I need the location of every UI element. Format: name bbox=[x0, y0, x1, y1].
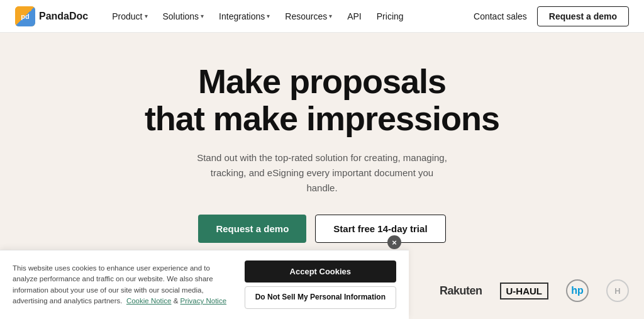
partial-logo: H bbox=[606, 279, 629, 302]
chevron-down-icon: ▾ bbox=[145, 13, 148, 20]
nav-item-resources[interactable]: Resources ▾ bbox=[279, 8, 338, 25]
nav-item-integrations[interactable]: Integrations ▾ bbox=[213, 8, 276, 25]
chevron-down-icon: ▾ bbox=[329, 13, 332, 20]
free-trial-button[interactable]: Start free 14-day trial bbox=[315, 215, 445, 243]
hero-title: Make proposals that make impressions bbox=[145, 63, 499, 138]
nav-links: Product ▾ Solutions ▾ Integrations ▾ Res… bbox=[106, 8, 474, 25]
accept-cookies-button[interactable]: Accept Cookies bbox=[245, 260, 396, 283]
contact-sales-link[interactable]: Contact sales bbox=[474, 11, 527, 21]
uhaul-logo: U-HAUL bbox=[500, 283, 549, 299]
cookie-text: This website uses cookies to enhance use… bbox=[13, 263, 232, 306]
nav-right: Contact sales Request a demo bbox=[474, 6, 629, 26]
hp-logo: hp bbox=[566, 279, 589, 302]
chevron-down-icon: ▾ bbox=[201, 13, 204, 20]
hero-cta-group: Request a demo Start free 14-day trial bbox=[198, 215, 445, 243]
chevron-down-icon: ▾ bbox=[267, 13, 270, 20]
privacy-notice-link[interactable]: Privacy Notice bbox=[180, 297, 227, 305]
request-demo-hero-button[interactable]: Request a demo bbox=[198, 215, 306, 243]
request-demo-nav-button[interactable]: Request a demo bbox=[537, 6, 629, 26]
nav-item-api[interactable]: API bbox=[341, 8, 368, 25]
navbar: pd PandaDoc Product ▾ Solutions ▾ Integr… bbox=[0, 0, 644, 33]
logo-icon: pd bbox=[15, 6, 35, 26]
do-not-sell-button[interactable]: Do Not Sell My Personal Information bbox=[245, 286, 396, 309]
nav-item-product[interactable]: Product ▾ bbox=[106, 8, 153, 25]
brand-name: PandaDoc bbox=[39, 11, 88, 22]
cookie-actions: × Accept Cookies Do Not Sell My Personal… bbox=[245, 260, 396, 309]
cookie-notice-link[interactable]: Cookie Notice bbox=[126, 297, 172, 305]
cookie-banner: This website uses cookies to enhance use… bbox=[0, 250, 409, 319]
hero-subtitle: Stand out with the top-rated solution fo… bbox=[196, 150, 448, 196]
hero-section: Make proposals that make impressions Sta… bbox=[0, 33, 644, 259]
partner-logos: Rakuten U-HAUL hp H bbox=[405, 262, 644, 319]
rakuten-logo: Rakuten bbox=[440, 284, 482, 298]
nav-item-solutions[interactable]: Solutions ▾ bbox=[157, 8, 211, 25]
nav-item-pricing[interactable]: Pricing bbox=[370, 8, 410, 25]
logo[interactable]: pd PandaDoc bbox=[15, 6, 88, 26]
